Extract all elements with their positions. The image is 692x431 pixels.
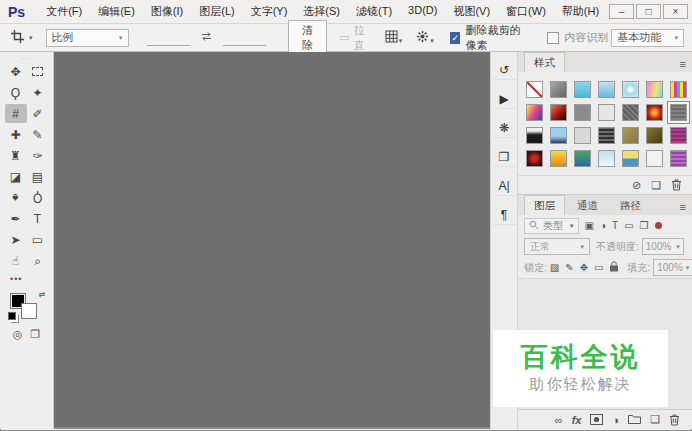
crop-tool[interactable]: # [5, 104, 27, 123]
brush-tool[interactable]: ✎ [27, 125, 49, 144]
style-pink-yellow[interactable] [646, 81, 663, 98]
healing-brush-tool[interactable]: ✚ [5, 125, 27, 144]
workspace-select[interactable]: 基本功能 ▾ [611, 29, 684, 47]
filter-adjustment-layers-icon[interactable]: ◑ [600, 220, 606, 231]
path-selection-tool[interactable]: ➤ [5, 230, 27, 249]
style-rainbow[interactable] [526, 104, 543, 121]
tab-styles[interactable]: 样式 [524, 52, 565, 72]
style-purple-stripes[interactable] [670, 150, 687, 167]
add-layer-mask-icon[interactable] [590, 414, 603, 425]
menu-item[interactable]: 图层(L) [192, 1, 241, 22]
swap-colors-icon[interactable]: ⇄ [39, 290, 46, 299]
delete-cropped-pixels-checkbox[interactable]: ✓ 删除裁剪的像素 [450, 23, 531, 53]
shape-tool[interactable]: ▭ [27, 230, 49, 249]
lock-image-pixels-icon[interactable]: ✎ [565, 262, 573, 273]
straighten-button[interactable]: ▭ 拉直 [339, 23, 371, 53]
style-amber[interactable] [550, 150, 567, 167]
menu-item[interactable]: 编辑(E) [91, 1, 142, 22]
style-khaki[interactable] [622, 127, 639, 144]
brush-presets-panel-icon[interactable]: ❋ [493, 118, 516, 138]
lock-artboard-icon[interactable]: ▭ [594, 262, 603, 273]
delete-layer-icon[interactable] [669, 414, 680, 426]
menu-item[interactable]: 帮助(H) [555, 1, 606, 22]
maximize-button[interactable]: □ [636, 4, 661, 19]
menu-item[interactable]: 文字(Y) [244, 1, 295, 22]
style-dark-red[interactable] [526, 150, 543, 167]
swap-dimensions-icon[interactable] [200, 31, 213, 44]
lock-transparent-pixels-icon[interactable]: ▨ [550, 262, 559, 273]
eraser-tool[interactable]: ◪ [5, 167, 27, 186]
tab-channels[interactable]: 通道 [567, 195, 608, 215]
style-blue-frame[interactable] [598, 81, 615, 98]
blur-tool[interactable]: ♠ [5, 188, 27, 207]
filter-type-select[interactable]: 类型 ▾ [524, 218, 579, 234]
pen-tool[interactable]: ✒ [5, 209, 27, 228]
style-cyan[interactable] [574, 81, 591, 98]
style-dark-texture[interactable] [622, 104, 639, 121]
quick-mask-icon[interactable]: ◎ [13, 328, 23, 341]
style-zigzag[interactable] [598, 127, 615, 144]
actions-panel-icon[interactable]: ▶ [493, 89, 516, 109]
crop-settings-button[interactable]: ▾ [416, 30, 434, 45]
type-tool[interactable]: T [27, 209, 49, 228]
tab-layers[interactable]: 图层 [524, 195, 565, 215]
clear-button[interactable]: 清除 [288, 20, 327, 56]
menu-item[interactable]: 图像(I) [144, 1, 190, 22]
fill-select[interactable]: 100% ▾ [653, 259, 692, 276]
overlay-options-button[interactable]: ▾ [385, 30, 403, 45]
layer-filter-toggle[interactable] [655, 222, 662, 229]
aspect-ratio-select[interactable]: 比例 ▾ [46, 29, 129, 47]
style-blue-glow[interactable] [622, 81, 639, 98]
close-button[interactable]: × [663, 4, 688, 19]
opacity-select[interactable]: 100% ▾ [642, 238, 684, 255]
style-mid-gray[interactable] [574, 104, 591, 121]
menu-item[interactable]: 滤镜(T) [349, 1, 399, 22]
default-colors-icon[interactable] [8, 312, 16, 320]
minimize-button[interactable]: – [609, 4, 634, 19]
panel-menu-icon[interactable]: ≡ [680, 58, 686, 72]
crop-tool-preset[interactable]: ▾ [8, 28, 36, 47]
background-color-swatch[interactable] [21, 303, 37, 319]
quick-selection-tool[interactable]: ✦ [27, 83, 49, 102]
crop-height-input[interactable] [223, 30, 266, 46]
hand-tool[interactable]: ☝ [5, 251, 27, 270]
filter-shape-layers-icon[interactable]: ▭ [624, 220, 633, 231]
panel-menu-icon[interactable]: ≡ [680, 201, 686, 215]
filter-smart-objects-icon[interactable]: ❐ [640, 220, 649, 231]
paragraph-panel-icon[interactable]: ¶ [493, 205, 516, 225]
gradient-tool[interactable]: ▤ [27, 167, 49, 186]
style-magenta-stripes[interactable] [670, 127, 687, 144]
lock-position-icon[interactable]: ✥ [580, 262, 588, 273]
move-tool[interactable]: ✥ [5, 62, 27, 81]
crop-width-input[interactable] [147, 30, 190, 46]
canvas-area[interactable] [54, 52, 490, 429]
tab-paths[interactable]: 路径 [610, 195, 651, 215]
clear-style-icon[interactable]: ⊘ [632, 179, 641, 192]
menu-item[interactable]: 视图(V) [446, 1, 497, 22]
new-group-icon[interactable] [628, 414, 641, 425]
clone-stamp-tool[interactable]: ♜ [5, 146, 27, 165]
history-brush-tool[interactable]: ✑ [27, 146, 49, 165]
screen-mode-icon[interactable]: ❐ [30, 328, 40, 341]
eyedropper-tool[interactable]: ✐ [27, 104, 49, 123]
filter-type-layers-icon[interactable]: T [612, 220, 618, 231]
link-layers-icon[interactable]: ∞ [555, 414, 563, 426]
marquee-tool[interactable] [27, 62, 49, 81]
edit-toolbar-button[interactable]: ••• [0, 270, 53, 286]
style-rainbow-stripes[interactable] [670, 81, 687, 98]
style-white-frame[interactable] [646, 150, 663, 167]
panel-drag-handle[interactable]: ∙∙ [0, 55, 53, 62]
style-gray-texture[interactable] [670, 104, 687, 121]
style-light-gray[interactable] [598, 104, 615, 121]
style-default-none[interactable] [526, 81, 543, 98]
style-sky-dark[interactable] [550, 127, 567, 144]
lock-all-icon[interactable] [609, 261, 619, 274]
style-olive-dark[interactable] [646, 127, 663, 144]
menu-item[interactable]: 文件(F) [39, 1, 89, 22]
new-style-icon[interactable]: ❏ [651, 179, 661, 192]
history-panel-icon[interactable]: ↺ [493, 60, 516, 80]
blend-mode-select[interactable]: 正常 ▾ [524, 238, 590, 255]
style-red-black[interactable] [550, 104, 567, 121]
content-aware-checkbox[interactable]: 内容识别 [547, 30, 608, 45]
style-pale[interactable] [574, 127, 591, 144]
